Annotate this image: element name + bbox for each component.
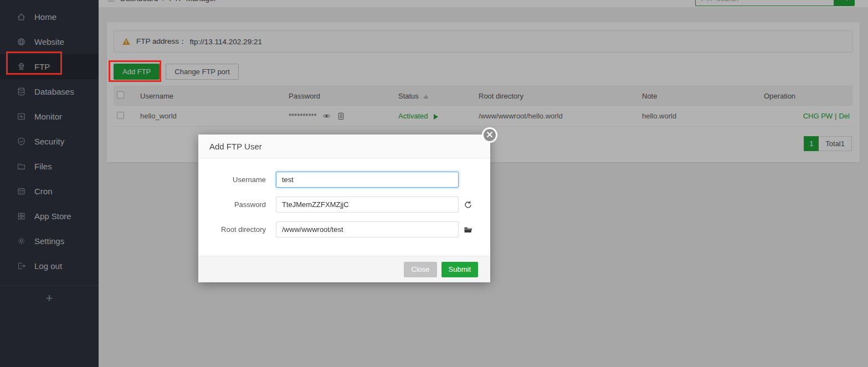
username-field[interactable] xyxy=(276,172,459,188)
modal-title: Add FTP User xyxy=(209,142,262,151)
password-row: Password xyxy=(198,197,490,213)
browse-folder-icon[interactable] xyxy=(464,225,472,234)
modal-header: Add FTP User xyxy=(198,135,490,158)
username-row: Username xyxy=(198,172,490,188)
add-ftp-user-modal: Add FTP User Username Password Root dire… xyxy=(198,135,490,282)
password-field[interactable] xyxy=(276,197,459,213)
regenerate-password-icon[interactable] xyxy=(464,200,472,209)
root-directory-label: Root directory xyxy=(198,225,266,234)
username-label: Username xyxy=(198,175,266,184)
root-directory-field[interactable] xyxy=(276,221,459,237)
root-directory-row: Root directory xyxy=(198,221,490,237)
modal-footer: Close Submit xyxy=(198,256,490,282)
modal-cancel-button[interactable]: Close xyxy=(404,262,436,277)
modal-submit-button[interactable]: Submit xyxy=(441,262,478,277)
password-label: Password xyxy=(198,200,266,209)
modal-body: Username Password Root directory xyxy=(198,158,490,237)
close-icon xyxy=(486,130,493,140)
modal-close-button[interactable] xyxy=(482,127,497,143)
